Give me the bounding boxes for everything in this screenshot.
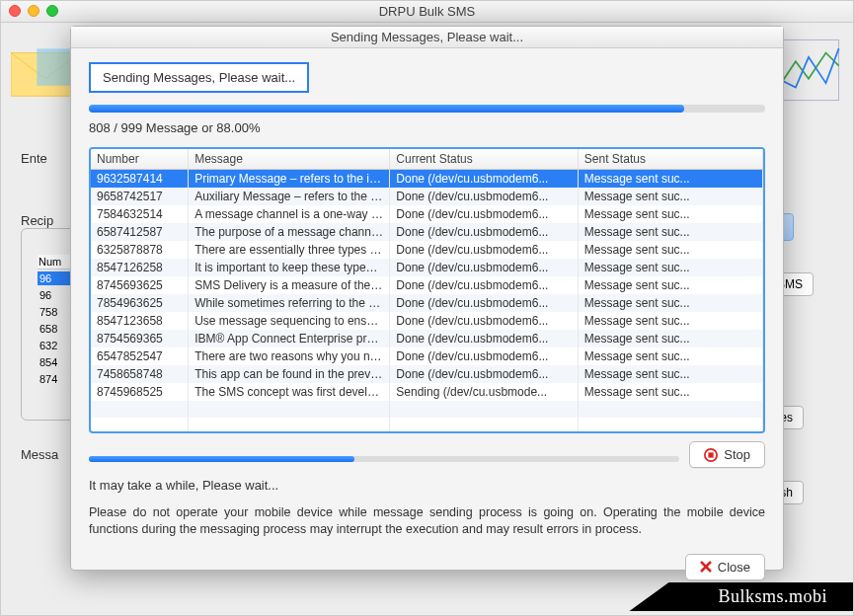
message-label: Messa <box>21 447 58 462</box>
messages-table: Number Message Current Status Sent Statu… <box>91 149 763 433</box>
table-row[interactable]: 9658742517Auxiliary Message – refers to … <box>91 188 763 205</box>
svg-rect-4 <box>709 452 714 457</box>
zoom-window-icon[interactable] <box>46 5 58 17</box>
dialog-title: Sending Messages, Please wait... <box>71 27 783 48</box>
close-window-icon[interactable] <box>9 5 21 17</box>
minimize-window-icon[interactable] <box>28 5 39 17</box>
warning-text: Please do not operate your mobile device… <box>89 504 765 538</box>
recipients-label: Recip <box>21 213 53 228</box>
sending-badge: Sending Messages, Please wait... <box>89 62 309 93</box>
wait-text: It may take a while, Please wait... <box>89 478 765 493</box>
table-row[interactable]: 8547123658Use message sequencing to ensu… <box>91 312 763 330</box>
table-row[interactable]: 7854963625While sometimes referring to t… <box>91 294 763 312</box>
close-button[interactable]: Close <box>685 554 765 580</box>
table-row[interactable]: 8745968525The SMS concept was first deve… <box>91 383 763 401</box>
chart-icon <box>774 36 843 105</box>
table-row[interactable]: 6547852547There are two reasons why you … <box>91 347 763 365</box>
col-number[interactable]: Number <box>91 149 189 170</box>
recipients-table: Num 96 96 758 658 632 854 874 <box>36 253 75 389</box>
table-row[interactable]: 6325878878There are essentially three ty… <box>91 241 763 259</box>
table-row[interactable]: 7584632514A message channel is a one-way… <box>91 205 763 223</box>
table-row[interactable]: 8547126258It is important to keep these … <box>91 259 763 276</box>
stop-button[interactable]: Stop <box>689 441 765 468</box>
main-progress-fill <box>89 105 684 113</box>
table-row[interactable]: 7458658748This app can be found in the p… <box>91 365 763 383</box>
main-window: DRPU Bulk SMS Ente Recip Messa Num 96 96… <box>0 0 854 616</box>
progress-text: 808 / 999 Message or 88.00% <box>89 120 765 135</box>
messages-table-frame: Number Message Current Status Sent Statu… <box>89 147 765 433</box>
main-titlebar: DRPU Bulk SMS <box>1 1 853 23</box>
sub-progress-bar <box>89 456 679 462</box>
svg-rect-2 <box>778 39 838 100</box>
stop-icon <box>704 448 718 462</box>
main-progress-bar <box>89 105 765 113</box>
table-row[interactable]: 8754569365IBM® App Connect Enterprise pr… <box>91 330 763 347</box>
table-row[interactable]: 6587412587The purpose of a message chann… <box>91 223 763 241</box>
num-header: Num <box>38 255 73 270</box>
sending-dialog: Sending Messages, Please wait... Sending… <box>70 26 784 571</box>
enter-label: Ente <box>21 151 47 166</box>
col-current-status[interactable]: Current Status <box>390 149 579 170</box>
table-row[interactable]: 8745693625SMS Delivery is a measure of t… <box>91 276 763 294</box>
close-icon <box>700 561 712 573</box>
sub-progress-fill <box>89 456 354 462</box>
col-message[interactable]: Message <box>189 149 390 170</box>
window-controls <box>9 5 58 17</box>
table-row[interactable]: 9632587414Primary Message – refers to th… <box>91 170 763 189</box>
col-sent-status[interactable]: Sent Status <box>578 149 762 170</box>
main-window-title: DRPU Bulk SMS <box>379 4 476 19</box>
